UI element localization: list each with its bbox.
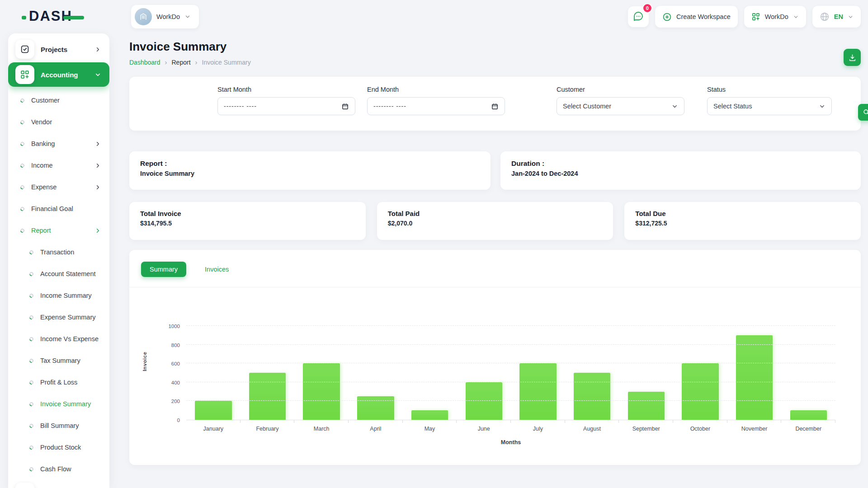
chevron-right-icon (94, 46, 101, 53)
calendar-icon[interactable] (341, 103, 349, 110)
duration-info-title: Duration : (511, 160, 850, 168)
bullet-icon (19, 184, 25, 190)
chevron-right-icon (94, 162, 101, 169)
sidebar-item-banking[interactable]: Banking (8, 133, 109, 155)
bullet-icon (19, 228, 25, 234)
sidebar-item-income[interactable]: Income (8, 155, 109, 176)
breadcrumb-dashboard[interactable]: Dashboard (129, 59, 160, 66)
divider (129, 287, 861, 287)
bar-slot-august (565, 303, 619, 420)
breadcrumb-report[interactable]: Report (172, 59, 191, 66)
chart-y-axis-title: Invoice (142, 352, 147, 371)
bullet-icon (19, 141, 25, 147)
start-month-label: Start Month (217, 86, 355, 93)
sidebar-item-account-statement[interactable]: Account Statement (8, 263, 109, 285)
sidebar-item-label: Income Vs Expense (40, 335, 99, 343)
sidebar-item-projects[interactable]: Projects (8, 37, 109, 61)
app-menu-button[interactable]: WorkDo (744, 6, 806, 28)
sidebar-item-vendor[interactable]: Vendor (8, 111, 109, 133)
messages-badge: 0 (642, 3, 652, 13)
bullet-icon (28, 249, 34, 255)
chevron-down-icon (184, 14, 191, 20)
sidebar-item-customer[interactable]: Customer (8, 89, 109, 111)
sidebar-item-product-stock[interactable]: Product Stock (8, 436, 109, 458)
sidebar-item-tax-summary[interactable]: Tax Summary (8, 350, 109, 371)
bar-slot-july (511, 303, 565, 420)
tab-invoices[interactable]: Invoices (196, 262, 237, 277)
bar-october[interactable] (682, 363, 718, 420)
sidebar-item-expense[interactable]: Expense (8, 176, 109, 198)
sidebar-item-bill-summary[interactable]: Bill Summary (8, 415, 109, 436)
end-month-input[interactable]: -------- ---- (367, 97, 505, 115)
workspace-switcher[interactable]: WorkDo (131, 5, 199, 28)
start-month-input[interactable]: -------- ---- (217, 97, 355, 115)
customer-select-value: Select Customer (563, 103, 611, 110)
bar-february[interactable] (249, 373, 286, 420)
bullet-icon (28, 423, 34, 429)
create-workspace-button[interactable]: Create Workspace (655, 6, 738, 28)
sidebar-item-label: Product Stock (40, 444, 81, 451)
sidebar-item-label: Expense Summary (40, 314, 96, 321)
bullet-icon (28, 466, 34, 472)
customer-select[interactable]: Select Customer (557, 97, 684, 115)
sidebar-item-report[interactable]: Report (8, 220, 109, 241)
bar-slot-december (781, 303, 835, 420)
sidebar-item-invoice-summary[interactable]: Invoice Summary (8, 393, 109, 415)
bar-september[interactable] (628, 392, 665, 420)
chart-tabs: Summary Invoices (141, 262, 849, 277)
bar-june[interactable] (466, 382, 502, 420)
bullet-icon (28, 380, 34, 385)
calendar-icon[interactable] (491, 103, 499, 110)
sidebar-item-income-summary[interactable]: Income Summary (8, 285, 109, 306)
sidebar-item-cash-flow[interactable]: Cash Flow (8, 458, 109, 480)
bullet-icon (19, 163, 25, 169)
chart-x-axis-title: Months (186, 439, 835, 446)
total-due-value: $312,725.5 (635, 220, 850, 227)
grid-plus-icon (15, 65, 34, 84)
total-due-card: Total Due $312,725.5 (624, 202, 861, 240)
sidebar-item-financial-goal[interactable]: Financial Goal (8, 198, 109, 220)
y-tick-label-400: 400 (158, 380, 180, 385)
total-due-label: Total Due (635, 210, 850, 217)
sidebar-item-transaction[interactable]: Transaction (8, 241, 109, 263)
sidebar-item-label: Expense (31, 183, 57, 191)
start-month-placeholder: -------- ---- (224, 103, 257, 110)
sidebar-item-profit-loss[interactable]: Profit & Loss (8, 371, 109, 393)
globe-icon (820, 12, 830, 22)
sidebar-item-label: Income (31, 162, 53, 169)
messages-button[interactable]: 0 (628, 6, 649, 27)
total-paid-value: $2,070.0 (388, 220, 603, 227)
download-button[interactable] (844, 49, 861, 66)
status-select[interactable]: Select Status (707, 97, 832, 115)
bar-january[interactable] (195, 401, 231, 420)
sidebar-item-label: Vendor (31, 118, 52, 126)
chevron-right-icon (94, 184, 101, 191)
search-button[interactable] (858, 104, 868, 121)
bar-april[interactable] (357, 396, 394, 420)
status-select-value: Select Status (713, 103, 752, 110)
sidebar-item-label: Accounting (41, 71, 78, 79)
total-paid-card: Total Paid $2,070.0 (377, 202, 613, 240)
sidebar-item-label: Report (31, 227, 51, 234)
sidebar-item-expense-summary[interactable]: Expense Summary (8, 306, 109, 328)
bar-november[interactable] (736, 335, 773, 420)
bar-july[interactable] (519, 363, 556, 420)
sidebar-item-accounting[interactable]: Accounting (8, 62, 109, 87)
sidebar-item-label: Bill Summary (40, 422, 79, 429)
y-tick-label-0: 0 (158, 418, 180, 423)
status-label: Status (707, 86, 832, 93)
bar-slot-april (349, 303, 403, 420)
sidebar-item-income-vs-expense[interactable]: Income Vs Expense (8, 328, 109, 350)
language-selector[interactable]: EN (812, 6, 861, 28)
sidebar-item-label: Invoice Summary (40, 400, 91, 408)
bullet-icon (19, 98, 25, 103)
report-info-card: Report : Invoice Summary (129, 151, 491, 190)
y-tick-label-800: 800 (158, 343, 180, 348)
bar-august[interactable] (574, 373, 610, 420)
tab-summary[interactable]: Summary (141, 262, 186, 277)
bar-may[interactable] (411, 410, 448, 420)
bar-december[interactable] (790, 410, 827, 420)
bar-march[interactable] (303, 363, 340, 420)
y-tick-label-1000: 1000 (158, 324, 180, 329)
sidebar-item-hrm[interactable]: HRM (8, 480, 109, 488)
